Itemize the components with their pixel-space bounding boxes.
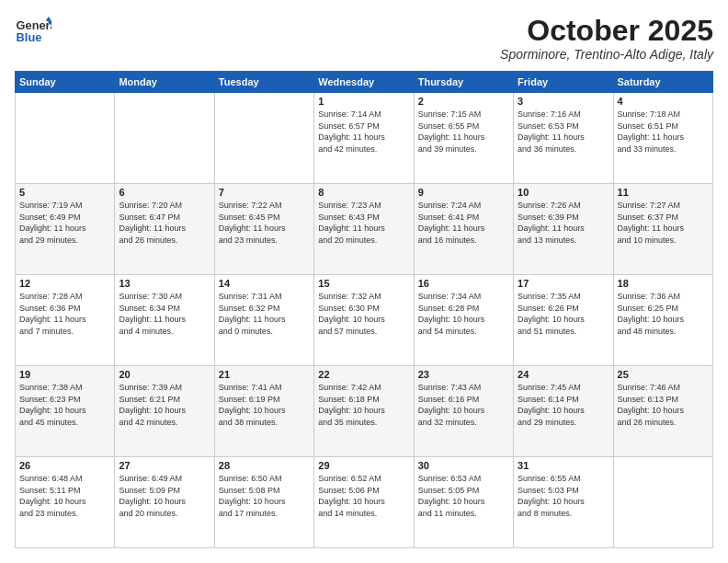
calendar-table: Sunday Monday Tuesday Wednesday Thursday… bbox=[15, 71, 713, 548]
col-saturday: Saturday bbox=[613, 72, 712, 93]
day-number: 28 bbox=[219, 460, 310, 471]
day-info: Sunrise: 7:14 AM Sunset: 6:57 PM Dayligh… bbox=[318, 109, 409, 155]
table-row: 22Sunrise: 7:42 AM Sunset: 6:18 PM Dayli… bbox=[314, 366, 414, 457]
day-number: 13 bbox=[119, 278, 210, 289]
day-info: Sunrise: 6:48 AM Sunset: 5:11 PM Dayligh… bbox=[19, 473, 110, 519]
day-number: 6 bbox=[119, 187, 210, 198]
table-row: 6Sunrise: 7:20 AM Sunset: 6:47 PM Daylig… bbox=[115, 184, 214, 275]
day-info: Sunrise: 7:32 AM Sunset: 6:30 PM Dayligh… bbox=[318, 291, 409, 337]
col-sunday: Sunday bbox=[16, 72, 115, 93]
day-info: Sunrise: 7:19 AM Sunset: 6:49 PM Dayligh… bbox=[19, 200, 110, 246]
calendar-week-2: 5Sunrise: 7:19 AM Sunset: 6:49 PM Daylig… bbox=[16, 184, 713, 275]
calendar-header-row: Sunday Monday Tuesday Wednesday Thursday… bbox=[16, 72, 713, 93]
day-info: Sunrise: 7:34 AM Sunset: 6:28 PM Dayligh… bbox=[418, 291, 509, 337]
svg-text:Blue: Blue bbox=[17, 30, 42, 44]
day-number: 14 bbox=[219, 278, 310, 289]
col-monday: Monday bbox=[115, 72, 214, 93]
table-row: 25Sunrise: 7:46 AM Sunset: 6:13 PM Dayli… bbox=[613, 366, 712, 457]
day-info: Sunrise: 7:24 AM Sunset: 6:41 PM Dayligh… bbox=[418, 200, 509, 246]
day-number: 26 bbox=[19, 460, 110, 471]
day-number: 25 bbox=[618, 369, 709, 380]
day-info: Sunrise: 7:30 AM Sunset: 6:34 PM Dayligh… bbox=[119, 291, 210, 337]
table-row: 1Sunrise: 7:14 AM Sunset: 6:57 PM Daylig… bbox=[314, 93, 414, 184]
calendar-week-4: 19Sunrise: 7:38 AM Sunset: 6:23 PM Dayli… bbox=[16, 366, 713, 457]
day-info: Sunrise: 6:52 AM Sunset: 5:06 PM Dayligh… bbox=[318, 473, 409, 519]
col-wednesday: Wednesday bbox=[314, 72, 414, 93]
table-row bbox=[16, 93, 115, 184]
table-row: 30Sunrise: 6:53 AM Sunset: 5:05 PM Dayli… bbox=[414, 457, 513, 548]
day-number: 31 bbox=[518, 460, 609, 471]
calendar-week-5: 26Sunrise: 6:48 AM Sunset: 5:11 PM Dayli… bbox=[16, 457, 713, 548]
table-row: 2Sunrise: 7:15 AM Sunset: 6:55 PM Daylig… bbox=[414, 93, 513, 184]
day-info: Sunrise: 7:42 AM Sunset: 6:18 PM Dayligh… bbox=[318, 382, 409, 428]
table-row: 9Sunrise: 7:24 AM Sunset: 6:41 PM Daylig… bbox=[414, 184, 513, 275]
day-info: Sunrise: 7:18 AM Sunset: 6:51 PM Dayligh… bbox=[618, 109, 709, 155]
day-number: 9 bbox=[418, 187, 509, 198]
table-row: 12Sunrise: 7:28 AM Sunset: 6:36 PM Dayli… bbox=[16, 275, 115, 366]
calendar-week-1: 1Sunrise: 7:14 AM Sunset: 6:57 PM Daylig… bbox=[16, 93, 713, 184]
day-number: 7 bbox=[219, 187, 310, 198]
table-row: 10Sunrise: 7:26 AM Sunset: 6:39 PM Dayli… bbox=[514, 184, 613, 275]
day-info: Sunrise: 7:43 AM Sunset: 6:16 PM Dayligh… bbox=[418, 382, 509, 428]
day-number: 12 bbox=[19, 278, 110, 289]
location-title: Sporminore, Trentino-Alto Adige, Italy bbox=[500, 47, 713, 62]
day-info: Sunrise: 7:15 AM Sunset: 6:55 PM Dayligh… bbox=[418, 109, 509, 155]
table-row: 26Sunrise: 6:48 AM Sunset: 5:11 PM Dayli… bbox=[16, 457, 115, 548]
table-row: 11Sunrise: 7:27 AM Sunset: 6:37 PM Dayli… bbox=[613, 184, 712, 275]
table-row: 28Sunrise: 6:50 AM Sunset: 5:08 PM Dayli… bbox=[214, 457, 313, 548]
day-info: Sunrise: 7:45 AM Sunset: 6:14 PM Dayligh… bbox=[518, 382, 609, 428]
day-number: 5 bbox=[19, 187, 110, 198]
table-row: 8Sunrise: 7:23 AM Sunset: 6:43 PM Daylig… bbox=[314, 184, 414, 275]
table-row: 21Sunrise: 7:41 AM Sunset: 6:19 PM Dayli… bbox=[214, 366, 313, 457]
day-info: Sunrise: 7:26 AM Sunset: 6:39 PM Dayligh… bbox=[518, 200, 609, 246]
table-row: 5Sunrise: 7:19 AM Sunset: 6:49 PM Daylig… bbox=[16, 184, 115, 275]
calendar-week-3: 12Sunrise: 7:28 AM Sunset: 6:36 PM Dayli… bbox=[16, 275, 713, 366]
day-info: Sunrise: 6:50 AM Sunset: 5:08 PM Dayligh… bbox=[219, 473, 310, 519]
day-number: 15 bbox=[318, 278, 409, 289]
day-number: 18 bbox=[618, 278, 709, 289]
day-info: Sunrise: 7:39 AM Sunset: 6:21 PM Dayligh… bbox=[119, 382, 210, 428]
day-number: 16 bbox=[418, 278, 509, 289]
day-info: Sunrise: 7:28 AM Sunset: 6:36 PM Dayligh… bbox=[19, 291, 110, 337]
day-number: 29 bbox=[318, 460, 409, 471]
table-row bbox=[115, 93, 214, 184]
month-title: October 2025 bbox=[500, 15, 713, 47]
table-row: 16Sunrise: 7:34 AM Sunset: 6:28 PM Dayli… bbox=[414, 275, 513, 366]
table-row: 31Sunrise: 6:55 AM Sunset: 5:03 PM Dayli… bbox=[514, 457, 613, 548]
col-friday: Friday bbox=[514, 72, 613, 93]
day-number: 2 bbox=[418, 96, 509, 107]
day-number: 20 bbox=[119, 369, 210, 380]
day-number: 3 bbox=[518, 96, 609, 107]
day-number: 23 bbox=[418, 369, 509, 380]
table-row: 19Sunrise: 7:38 AM Sunset: 6:23 PM Dayli… bbox=[16, 366, 115, 457]
day-number: 27 bbox=[119, 460, 210, 471]
table-row: 18Sunrise: 7:36 AM Sunset: 6:25 PM Dayli… bbox=[613, 275, 712, 366]
day-info: Sunrise: 7:41 AM Sunset: 6:19 PM Dayligh… bbox=[219, 382, 310, 428]
day-info: Sunrise: 7:16 AM Sunset: 6:53 PM Dayligh… bbox=[518, 109, 609, 155]
table-row: 17Sunrise: 7:35 AM Sunset: 6:26 PM Dayli… bbox=[514, 275, 613, 366]
day-info: Sunrise: 6:49 AM Sunset: 5:09 PM Dayligh… bbox=[119, 473, 210, 519]
day-info: Sunrise: 7:20 AM Sunset: 6:47 PM Dayligh… bbox=[119, 200, 210, 246]
day-number: 17 bbox=[518, 278, 609, 289]
table-row: 14Sunrise: 7:31 AM Sunset: 6:32 PM Dayli… bbox=[214, 275, 313, 366]
day-number: 19 bbox=[19, 369, 110, 380]
day-number: 21 bbox=[219, 369, 310, 380]
day-number: 1 bbox=[318, 96, 409, 107]
col-tuesday: Tuesday bbox=[214, 72, 313, 93]
table-row: 23Sunrise: 7:43 AM Sunset: 6:16 PM Dayli… bbox=[414, 366, 513, 457]
table-row: 29Sunrise: 6:52 AM Sunset: 5:06 PM Dayli… bbox=[314, 457, 414, 548]
table-row: 27Sunrise: 6:49 AM Sunset: 5:09 PM Dayli… bbox=[115, 457, 214, 548]
day-info: Sunrise: 7:22 AM Sunset: 6:45 PM Dayligh… bbox=[219, 200, 310, 246]
day-number: 10 bbox=[518, 187, 609, 198]
table-row: 24Sunrise: 7:45 AM Sunset: 6:14 PM Dayli… bbox=[514, 366, 613, 457]
day-number: 4 bbox=[618, 96, 709, 107]
day-info: Sunrise: 6:55 AM Sunset: 5:03 PM Dayligh… bbox=[518, 473, 609, 519]
day-info: Sunrise: 7:38 AM Sunset: 6:23 PM Dayligh… bbox=[19, 382, 110, 428]
logo: General Blue bbox=[15, 15, 51, 48]
col-thursday: Thursday bbox=[414, 72, 513, 93]
day-number: 24 bbox=[518, 369, 609, 380]
day-info: Sunrise: 7:36 AM Sunset: 6:25 PM Dayligh… bbox=[618, 291, 709, 337]
table-row: 3Sunrise: 7:16 AM Sunset: 6:53 PM Daylig… bbox=[514, 93, 613, 184]
day-number: 11 bbox=[618, 187, 709, 198]
title-block: October 2025 Sporminore, Trentino-Alto A… bbox=[500, 15, 713, 62]
